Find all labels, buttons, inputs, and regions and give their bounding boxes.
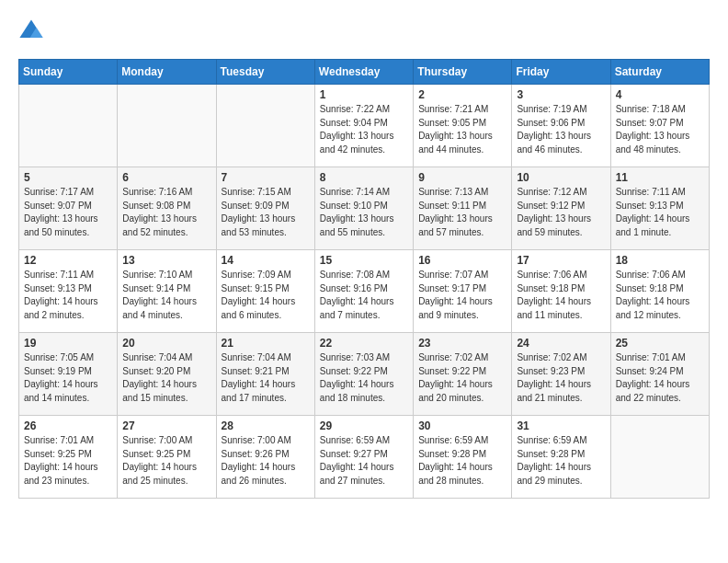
day-info: Sunrise: 7:22 AM Sunset: 9:04 PM Dayligh… [320,103,408,156]
calendar-cell: 16Sunrise: 7:07 AM Sunset: 9:17 PM Dayli… [414,250,512,333]
day-info: Sunrise: 7:10 AM Sunset: 9:14 PM Dayligh… [122,269,210,322]
day-info: Sunrise: 7:18 AM Sunset: 9:07 PM Dayligh… [616,103,704,156]
day-number: 8 [320,171,408,184]
day-info: Sunrise: 7:06 AM Sunset: 9:18 PM Dayligh… [517,269,605,322]
day-info: Sunrise: 7:05 AM Sunset: 9:19 PM Dayligh… [24,351,112,405]
day-info: Sunrise: 7:21 AM Sunset: 9:05 PM Dayligh… [418,103,506,156]
day-info: Sunrise: 7:06 AM Sunset: 9:18 PM Dayligh… [616,269,704,322]
calendar-cell: 5Sunrise: 7:17 AM Sunset: 9:07 PM Daylig… [19,167,118,250]
day-info: Sunrise: 7:01 AM Sunset: 9:24 PM Dayligh… [616,351,704,405]
day-number: 2 [418,88,506,101]
day-info: Sunrise: 6:59 AM Sunset: 9:27 PM Dayligh… [320,434,408,488]
calendar-week-row: 26Sunrise: 7:01 AM Sunset: 9:25 PM Dayli… [19,416,710,499]
day-info: Sunrise: 7:04 AM Sunset: 9:21 PM Dayligh… [222,351,310,405]
day-info: Sunrise: 7:11 AM Sunset: 9:13 PM Dayligh… [616,186,704,239]
day-info: Sunrise: 7:16 AM Sunset: 9:08 PM Dayligh… [122,186,210,239]
day-info: Sunrise: 7:02 AM Sunset: 9:23 PM Dayligh… [517,351,605,405]
calendar-cell: 26Sunrise: 7:01 AM Sunset: 9:25 PM Dayli… [19,416,118,499]
day-number: 31 [517,419,605,432]
day-number: 17 [517,254,605,267]
day-info: Sunrise: 7:19 AM Sunset: 9:06 PM Dayligh… [517,103,605,156]
calendar-cell: 22Sunrise: 7:03 AM Sunset: 9:22 PM Dayli… [314,333,413,416]
calendar-cell: 20Sunrise: 7:04 AM Sunset: 9:20 PM Dayli… [118,333,216,416]
calendar-cell [216,85,314,167]
calendar-cell: 11Sunrise: 7:11 AM Sunset: 9:13 PM Dayli… [610,167,709,250]
day-info: Sunrise: 7:00 AM Sunset: 9:26 PM Dayligh… [222,434,310,488]
day-info: Sunrise: 7:07 AM Sunset: 9:17 PM Dayligh… [418,269,506,322]
day-info: Sunrise: 7:02 AM Sunset: 9:22 PM Dayligh… [418,351,506,405]
calendar-cell: 17Sunrise: 7:06 AM Sunset: 9:18 PM Dayli… [512,250,610,333]
calendar-cell: 14Sunrise: 7:09 AM Sunset: 9:15 PM Dayli… [216,250,314,333]
calendar-cell [118,85,216,167]
day-number: 15 [320,254,408,267]
calendar-cell: 18Sunrise: 7:06 AM Sunset: 9:18 PM Dayli… [610,250,709,333]
calendar-cell: 19Sunrise: 7:05 AM Sunset: 9:19 PM Dayli… [19,333,118,416]
calendar-cell: 1Sunrise: 7:22 AM Sunset: 9:04 PM Daylig… [314,85,413,167]
day-number: 23 [418,337,506,350]
day-info: Sunrise: 7:12 AM Sunset: 9:12 PM Dayligh… [517,186,605,239]
weekday-header: Tuesday [216,60,314,85]
calendar-cell: 23Sunrise: 7:02 AM Sunset: 9:22 PM Dayli… [414,333,512,416]
calendar-cell: 25Sunrise: 7:01 AM Sunset: 9:24 PM Dayli… [610,333,709,416]
calendar-cell: 31Sunrise: 6:59 AM Sunset: 9:28 PM Dayli… [512,416,610,499]
calendar-week-row: 19Sunrise: 7:05 AM Sunset: 9:19 PM Dayli… [19,333,710,416]
day-number: 25 [616,337,704,350]
calendar-cell: 29Sunrise: 6:59 AM Sunset: 9:27 PM Dayli… [314,416,413,499]
day-number: 6 [122,171,210,184]
day-number: 10 [517,171,605,184]
calendar-cell: 13Sunrise: 7:10 AM Sunset: 9:14 PM Dayli… [118,250,216,333]
calendar-week-row: 1Sunrise: 7:22 AM Sunset: 9:04 PM Daylig… [19,85,710,167]
day-info: Sunrise: 7:15 AM Sunset: 9:09 PM Dayligh… [222,186,310,239]
day-number: 1 [320,88,408,101]
day-info: Sunrise: 7:13 AM Sunset: 9:11 PM Dayligh… [418,186,506,239]
day-number: 19 [24,337,112,350]
calendar-cell: 24Sunrise: 7:02 AM Sunset: 9:23 PM Dayli… [512,333,610,416]
calendar-cell: 27Sunrise: 7:00 AM Sunset: 9:25 PM Dayli… [118,416,216,499]
calendar-cell: 28Sunrise: 7:00 AM Sunset: 9:26 PM Dayli… [216,416,314,499]
day-number: 5 [24,171,112,184]
calendar-cell: 8Sunrise: 7:14 AM Sunset: 9:10 PM Daylig… [314,167,413,250]
calendar-cell [610,416,709,499]
day-info: Sunrise: 7:00 AM Sunset: 9:25 PM Dayligh… [122,434,210,488]
weekday-header: Thursday [414,60,512,85]
day-number: 28 [222,419,310,432]
day-number: 4 [616,88,704,101]
logo [18,18,48,44]
calendar-cell: 7Sunrise: 7:15 AM Sunset: 9:09 PM Daylig… [216,167,314,250]
day-number: 12 [24,254,112,267]
day-number: 13 [122,254,210,267]
day-info: Sunrise: 7:14 AM Sunset: 9:10 PM Dayligh… [320,186,408,239]
calendar-cell: 4Sunrise: 7:18 AM Sunset: 9:07 PM Daylig… [610,85,709,167]
day-info: Sunrise: 7:01 AM Sunset: 9:25 PM Dayligh… [24,434,112,488]
weekday-header: Monday [118,60,216,85]
day-info: Sunrise: 7:08 AM Sunset: 9:16 PM Dayligh… [320,269,408,322]
day-info: Sunrise: 6:59 AM Sunset: 9:28 PM Dayligh… [517,434,605,488]
day-number: 14 [222,254,310,267]
day-number: 16 [418,254,506,267]
weekday-header: Friday [512,60,610,85]
day-number: 22 [320,337,408,350]
calendar-cell: 2Sunrise: 7:21 AM Sunset: 9:05 PM Daylig… [414,85,512,167]
calendar-cell: 30Sunrise: 6:59 AM Sunset: 9:28 PM Dayli… [414,416,512,499]
calendar-week-row: 12Sunrise: 7:11 AM Sunset: 9:13 PM Dayli… [19,250,710,333]
day-number: 21 [222,337,310,350]
day-info: Sunrise: 7:03 AM Sunset: 9:22 PM Dayligh… [320,351,408,405]
day-info: Sunrise: 7:09 AM Sunset: 9:15 PM Dayligh… [222,269,310,322]
weekday-header: Sunday [19,60,118,85]
day-number: 18 [616,254,704,267]
day-number: 26 [24,419,112,432]
calendar-cell [19,85,118,167]
day-number: 3 [517,88,605,101]
day-number: 29 [320,419,408,432]
day-number: 11 [616,171,704,184]
day-number: 30 [418,419,506,432]
calendar-cell: 6Sunrise: 7:16 AM Sunset: 9:08 PM Daylig… [118,167,216,250]
weekday-header: Saturday [610,60,709,85]
calendar-cell: 9Sunrise: 7:13 AM Sunset: 9:11 PM Daylig… [414,167,512,250]
day-info: Sunrise: 6:59 AM Sunset: 9:28 PM Dayligh… [418,434,506,488]
day-number: 7 [222,171,310,184]
day-number: 27 [122,419,210,432]
day-number: 24 [517,337,605,350]
day-number: 9 [418,171,506,184]
page-header [18,18,710,44]
